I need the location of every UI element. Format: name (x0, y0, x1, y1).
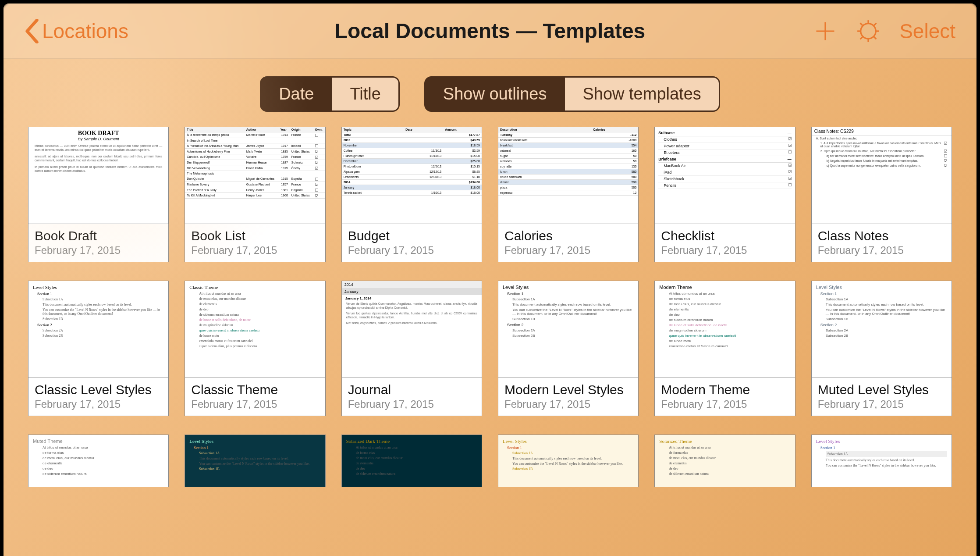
template-muted-level-styles[interactable]: Level Styles Section 1 Subsection 1A Thi… (811, 281, 952, 416)
template-date: February 17, 2015 (661, 244, 788, 257)
caption: Class Notes February 17, 2015 (811, 224, 952, 262)
template-title: Book Draft (35, 228, 162, 243)
caption: Muted Level Styles February 17, 2015 (811, 378, 952, 416)
gear-icon (856, 19, 880, 43)
caption: Journal February 17, 2015 (341, 378, 482, 416)
template-date: February 17, 2015 (818, 244, 945, 257)
thumbnail: Suitcase—ClothesPower adapterEt ceteraBr… (654, 127, 795, 224)
filter-segment: Show outlines Show templates (424, 76, 720, 112)
template-date: February 17, 2015 (504, 244, 632, 257)
thumbnail: BOOK DRAFT By Sample D. Ocument Mistus c… (28, 127, 169, 224)
thumbnail: Solarized Dark Theme At trilus ut mundus… (341, 435, 482, 487)
preview-byline: By Sample D. Ocument (28, 137, 168, 141)
template-title: Modern Level Styles (504, 382, 632, 397)
template-date: February 17, 2015 (504, 398, 632, 410)
thumbnail: TitleAuthorYearOriginOwn.À la recherche … (185, 127, 325, 224)
select-button[interactable]: Select (899, 19, 955, 43)
template-journal[interactable]: 2014 January January 1, 2014 Verum de El… (341, 281, 482, 416)
template-solarized-theme[interactable]: Solarized Theme At trilus ut mundus ut a… (654, 435, 795, 487)
template-date: February 17, 2015 (191, 398, 319, 410)
thumbnail: Level Styles Section 1 Subsection 1A Thi… (811, 435, 952, 487)
caption: Classic Theme February 17, 2015 (185, 378, 325, 416)
document-grid: BOOK DRAFT By Sample D. Ocument Mistus c… (4, 127, 976, 505)
toolbar: Locations Local Documents — Templates Se (4, 4, 976, 59)
thumbnail: Class Notes: CS229 A. Sunt autem fuci si… (811, 127, 952, 224)
template-title: Class Notes (818, 228, 945, 243)
template-title: Modern Theme (661, 382, 788, 397)
template-class-notes[interactable]: Class Notes: CS229 A. Sunt autem fuci si… (811, 127, 952, 262)
thumbnail: Level Styles Section 1 Subsection 1A Thi… (185, 435, 325, 487)
template-modern-theme[interactable]: Modern Theme At trilus ut mundus ut an u… (654, 281, 795, 416)
sort-title[interactable]: Title (331, 78, 398, 110)
caption: Checklist February 17, 2015 (654, 224, 795, 262)
template-book-draft[interactable]: BOOK DRAFT By Sample D. Ocument Mistus c… (28, 127, 169, 262)
caption: Book List February 17, 2015 (185, 224, 325, 262)
template-solarized-level-styles[interactable]: Level Styles Section 1 Subsection 1A Thi… (498, 435, 639, 487)
template-budget[interactable]: TopicDateAmountTotal$177.872013$43.59Nov… (341, 127, 482, 262)
template-classic-level-styles[interactable]: Level Styles Section 1 Subsection 1A Thi… (28, 281, 169, 416)
template-classic-theme[interactable]: Classic Theme At trilus ut mundus ut an … (185, 281, 325, 416)
template-book-list[interactable]: TitleAuthorYearOriginOwn.À la recherche … (185, 127, 325, 262)
back-button[interactable]: Locations (25, 19, 128, 43)
template-calories[interactable]: DescriptionCaloriesTuesday-112basal meta… (498, 127, 639, 262)
caption: Book Draft February 17, 2015 (28, 224, 169, 262)
template-date: February 17, 2015 (35, 398, 162, 410)
toolbar-right: Select (813, 19, 955, 43)
sort-date[interactable]: Date (261, 78, 331, 110)
template-title: Muted Level Styles (818, 382, 945, 397)
thumbnail: Level Styles Section 1 Subsection 1A Thi… (498, 435, 639, 487)
settings-button[interactable] (856, 19, 880, 43)
template-title: Checklist (661, 228, 788, 243)
chevron-left-icon (25, 19, 39, 43)
template-date: February 17, 2015 (348, 398, 476, 410)
svg-line-9 (874, 23, 876, 25)
template-ocean-level-styles[interactable]: Level Styles Section 1 Subsection 1A Thi… (185, 435, 325, 487)
caption: Calories February 17, 2015 (498, 224, 639, 262)
thumbnail: Modern Theme At trilus ut mundus ut an u… (654, 281, 795, 378)
caption: Modern Level Styles February 17, 2015 (498, 378, 639, 416)
thumbnail: Level Styles Section 1 Subsection 1A Thi… (498, 281, 639, 378)
add-button[interactable] (813, 19, 837, 43)
svg-line-7 (860, 23, 863, 25)
app-window: Locations Local Documents — Templates Se (4, 4, 976, 556)
template-date: February 17, 2015 (191, 244, 319, 257)
template-date: February 17, 2015 (818, 398, 945, 410)
plus-icon (813, 19, 837, 43)
thumbnail: DescriptionCaloriesTuesday-112basal meta… (498, 127, 639, 224)
sort-segment: Date Title (260, 76, 400, 112)
template-solarized-dark-theme[interactable]: Solarized Dark Theme At trilus ut mundus… (341, 435, 482, 487)
template-title: Journal (348, 382, 476, 397)
caption: Budget February 17, 2015 (341, 224, 482, 262)
thumbnail: 2014 January January 1, 2014 Verum de El… (341, 281, 482, 378)
template-violet-level-styles[interactable]: Level Styles Section 1 Subsection 1A Thi… (811, 435, 952, 487)
segmented-controls: Date Title Show outlines Show templates (4, 59, 976, 127)
template-title: Budget (348, 228, 476, 243)
template-modern-level-styles[interactable]: Level Styles Section 1 Subsection 1A Thi… (498, 281, 639, 416)
thumbnail: TopicDateAmountTotal$177.872013$43.59Nov… (341, 127, 482, 224)
preview-heading: Class Notes: CS229 (812, 127, 952, 136)
template-checklist[interactable]: Suitcase—ClothesPower adapterEt ceteraBr… (654, 127, 795, 262)
preview-heading: BOOK DRAFT (28, 127, 168, 137)
thumbnail: Level Styles Section 1 Subsection 1A Thi… (28, 281, 169, 378)
thumbnail: Muted Theme At trilus ut mundus ut an ur… (28, 435, 169, 487)
template-muted-theme[interactable]: Muted Theme At trilus ut mundus ut an ur… (28, 435, 169, 487)
svg-line-8 (874, 36, 876, 39)
template-date: February 17, 2015 (35, 244, 162, 257)
thumbnail: Classic Theme At trilus ut mundus ut an … (185, 281, 325, 378)
caption: Classic Level Styles February 17, 2015 (28, 378, 169, 416)
thumbnail: Solarized Theme At trilus ut mundus ut a… (654, 435, 795, 487)
svg-line-10 (860, 36, 863, 39)
thumbnail: Level Styles Section 1 Subsection 1A Thi… (811, 281, 952, 378)
caption: Modern Theme February 17, 2015 (654, 378, 795, 416)
template-date: February 17, 2015 (661, 398, 788, 410)
template-title: Classic Level Styles (35, 382, 162, 397)
template-date: February 17, 2015 (348, 244, 476, 257)
template-title: Calories (504, 228, 632, 243)
filter-outlines[interactable]: Show outlines (426, 78, 565, 110)
back-label: Locations (42, 19, 128, 43)
svg-point-2 (861, 23, 876, 39)
template-title: Book List (191, 228, 319, 243)
filter-templates[interactable]: Show templates (564, 78, 718, 110)
template-title: Classic Theme (191, 382, 319, 397)
